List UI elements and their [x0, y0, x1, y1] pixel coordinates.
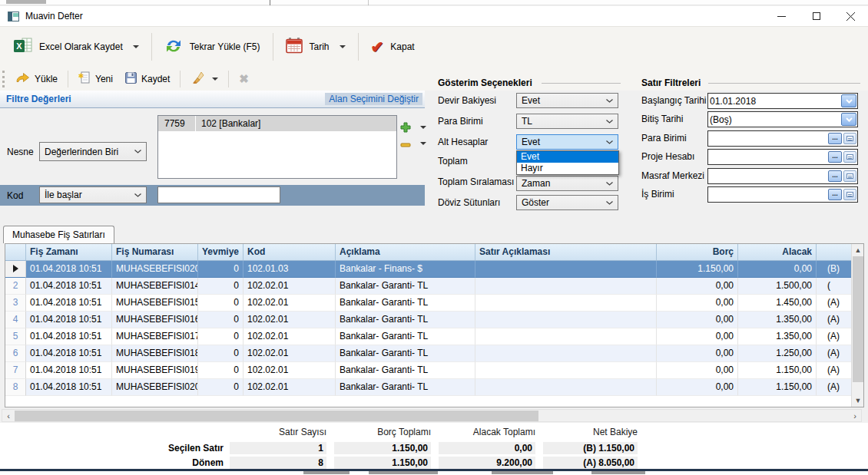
grid-cell-kod[interactable]: 102.02.01 — [244, 362, 336, 379]
proje-hesabi-field[interactable]: ... — [707, 149, 858, 165]
column-header[interactable]: Alacak — [738, 244, 817, 260]
scroll-right-icon[interactable]: › — [849, 410, 861, 422]
grid-cell-kod[interactable]: 102.02.01 — [244, 379, 336, 396]
grid-cell-clipped[interactable]: (A) — [817, 328, 851, 345]
filter-list-item[interactable]: 7759102 [Bankalar] — [158, 116, 396, 131]
table-row[interactable]: 301.04.2018 10:51MUHASEBEFISI0150102.02.… — [5, 295, 863, 312]
grid-cell-aciklama[interactable]: Bankalar- Garanti- TL — [336, 362, 475, 379]
grid-cell-kod[interactable]: 102.02.01 — [244, 328, 336, 345]
is-birimi-input[interactable] — [710, 188, 825, 201]
grid-cell-aciklama[interactable]: Bankalar- Garanti- TL — [336, 295, 475, 312]
grid-cell-clipped[interactable]: (A) — [817, 379, 851, 396]
row-number[interactable]: 2 — [5, 278, 26, 295]
load-button[interactable]: Yükle — [9, 69, 64, 88]
grid-cell-no[interactable]: MUHASEBEFISI020 — [112, 261, 198, 278]
grid-cell-alacak[interactable]: 1.500,00 — [738, 278, 817, 295]
remove-value-button[interactable] — [399, 139, 412, 151]
para-birimi-combo[interactable]: TL — [516, 114, 618, 129]
grid-cell-kod[interactable]: 102.01.03 — [244, 261, 336, 278]
grid-cell-kod[interactable]: 102.02.01 — [244, 278, 336, 295]
masraf-merkezi-editor-button[interactable] — [843, 170, 856, 182]
masraf-merkezi-field[interactable]: ... — [707, 168, 858, 184]
filter-value-list[interactable]: 7759102 [Bankalar] — [157, 115, 397, 179]
column-header[interactable]: Kod — [244, 244, 336, 260]
grid-cell-yevmiye[interactable]: 0 — [198, 278, 244, 295]
grid-cell-alacak[interactable]: 1.250,00 — [738, 345, 817, 362]
grid-cell-clipped[interactable]: (A) — [817, 345, 851, 362]
grid-cell-kod[interactable]: 102.02.01 — [244, 312, 336, 328]
para-birimi-lookup-button[interactable]: ... — [828, 133, 842, 144]
row-number[interactable]: 3 — [5, 295, 26, 312]
grid-cell-satir[interactable] — [475, 295, 657, 312]
scroll-up-icon[interactable]: ▲ — [852, 244, 864, 256]
grid-cell-alacak[interactable]: 0,00 — [738, 261, 817, 278]
reload-button[interactable]: Tekrar Yükle (F5) — [155, 31, 270, 63]
close-app-button[interactable]: ✔ Kapat — [362, 34, 424, 60]
bitis-tarihi-input[interactable] — [710, 113, 825, 126]
scroll-left-icon[interactable]: ‹ — [2, 410, 15, 422]
grid-cell-time[interactable]: 01.04.2018 10:51 — [26, 362, 112, 379]
para-birimi-filter-input[interactable] — [710, 132, 825, 145]
grid-cell-yevmiye[interactable]: 0 — [198, 362, 244, 379]
grid-cell-alacak[interactable]: 1.450,00 — [738, 295, 817, 312]
column-header[interactable]: Borç — [657, 244, 738, 260]
grid-cell-alacak[interactable]: 1.150,00 — [738, 362, 817, 379]
date-dropdown-icon[interactable] — [340, 45, 346, 48]
add-value-dropdown-icon[interactable] — [420, 126, 426, 129]
grid-cell-time[interactable]: 01.04.2018 10:51 — [26, 312, 112, 328]
devir-bakiyesi-combo[interactable]: Evet — [516, 93, 618, 108]
grid-cell-kod[interactable]: 102.02.01 — [244, 345, 336, 362]
baslangic-tarihi-input[interactable] — [710, 94, 825, 107]
grid-cell-yevmiye[interactable]: 0 — [198, 345, 244, 362]
grid-cell-aciklama[interactable]: Bankalar- Garanti- TL — [336, 312, 475, 328]
grid-cell-alacak[interactable]: 1.350,00 — [738, 328, 817, 345]
grid-cell-borc[interactable]: 0,00 — [657, 379, 738, 396]
grid-cell-aciklama[interactable]: Bankalar- Garanti- TL — [336, 379, 475, 396]
grid-cell-aciklama[interactable]: Bankalar- Garanti- TL — [336, 345, 475, 362]
is-birimi-field[interactable]: ... — [707, 186, 858, 203]
grid-cell-aciklama[interactable]: Bankalar - Finans- $ — [336, 261, 475, 278]
row-number[interactable]: 6 — [5, 345, 26, 362]
proje-hesabi-editor-button[interactable] — [843, 151, 856, 163]
remove-value-dropdown-icon[interactable] — [420, 142, 426, 145]
kod-value-input[interactable] — [157, 186, 280, 203]
row-number[interactable]: 5 — [5, 328, 26, 345]
grid-cell-borc[interactable]: 0,00 — [657, 295, 738, 312]
column-header[interactable]: Yevmiye — [198, 244, 244, 260]
grid-cell-aciklama[interactable]: Bankalar- Garanti- TL — [336, 278, 475, 295]
row-number[interactable]: 7 — [5, 362, 26, 379]
vertical-scrollbar-thumb[interactable] — [853, 256, 863, 382]
masraf-merkezi-lookup-button[interactable]: ... — [828, 170, 842, 182]
proje-hesabi-input[interactable] — [710, 150, 825, 163]
baslangic-tarihi-field[interactable] — [707, 93, 858, 109]
grid-cell-yevmiye[interactable]: 0 — [198, 312, 244, 328]
grid-cell-clipped[interactable]: ( — [817, 278, 851, 295]
column-header[interactable]: Fiş Zamanı — [26, 244, 112, 260]
kod-operator-combo[interactable]: İle başlar — [39, 186, 147, 203]
grid-cell-satir[interactable] — [475, 261, 657, 278]
clear-filter-dropdown-icon[interactable] — [212, 78, 218, 81]
grid-cell-satir[interactable] — [475, 278, 657, 295]
table-row[interactable]: 801.04.2018 10:51MUHASEBEFISI0200102.02.… — [5, 379, 863, 396]
baslangic-tarihi-dropdown-button[interactable] — [841, 94, 856, 107]
grid-cell-borc[interactable]: 1.150,00 — [657, 261, 738, 278]
doviz-sutunlari-combo[interactable]: Göster — [516, 195, 618, 210]
table-row[interactable]: 701.04.2018 10:51MUHASEBEFISI0190102.02.… — [5, 362, 863, 379]
tab-muhasebe-fis-satirlari[interactable]: Muhasebe Fiş Satırları — [3, 226, 114, 243]
close-button[interactable] — [833, 6, 868, 26]
grid-cell-borc[interactable]: 0,00 — [657, 312, 738, 328]
grid-cell-no[interactable]: MUHASEBEFISI014 — [112, 278, 198, 295]
grid-cell-borc[interactable]: 0,00 — [657, 278, 738, 295]
table-row[interactable]: 601.04.2018 10:51MUHASEBEFISI0180102.02.… — [5, 345, 863, 362]
vertical-scrollbar[interactable]: ▲ ▼ — [851, 244, 863, 407]
bitis-tarihi-dropdown-button[interactable] — [841, 113, 856, 126]
grid-cell-no[interactable]: MUHASEBEFISI015 — [112, 295, 198, 312]
grid-cell-borc[interactable]: 0,00 — [657, 345, 738, 362]
grid-cell-satir[interactable] — [475, 362, 657, 379]
grid-cell-no[interactable]: MUHASEBEFISI019 — [112, 362, 198, 379]
masraf-merkezi-input[interactable] — [710, 170, 825, 183]
table-row[interactable]: 501.04.2018 10:51MUHASEBEFISI0170102.02.… — [5, 328, 863, 345]
grid-cell-no[interactable]: MUHASEBEFISI017 — [112, 328, 198, 345]
excel-save-dropdown-icon[interactable] — [133, 45, 139, 48]
date-button[interactable]: Tarih — [277, 31, 355, 62]
